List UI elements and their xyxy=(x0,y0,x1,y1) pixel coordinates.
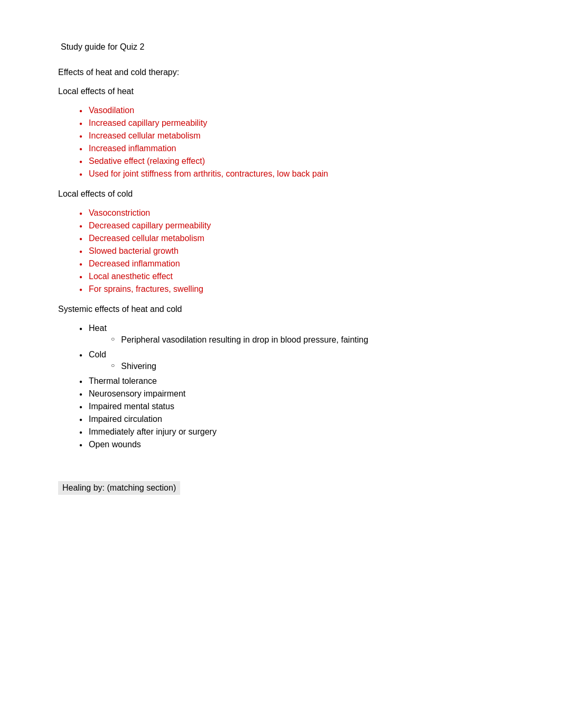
bullet-icon: ● xyxy=(79,417,82,422)
bullet-icon: ● xyxy=(79,442,82,448)
list-item: Decreased cellular metabolism xyxy=(79,234,503,243)
list-item: Sedative effect (relaxing effect) xyxy=(79,156,503,166)
sub-list-item: Peripheral vasodilation resulting in dro… xyxy=(111,335,368,345)
bullet-icon: ● xyxy=(79,429,82,435)
list-item: Vasoconstriction xyxy=(79,208,503,218)
page-title: Study guide for Quiz 2 xyxy=(61,42,503,52)
local-cold-list: Vasoconstriction Decreased capillary per… xyxy=(58,208,503,294)
bullet-icon: ● xyxy=(79,352,82,358)
list-item: Local anesthetic effect xyxy=(79,272,503,281)
bullet-icon: ● xyxy=(79,379,82,384)
sub-list: Shivering xyxy=(79,362,156,373)
list-item: ● Immediately after injury or surgery xyxy=(79,427,503,437)
list-item: Increased cellular metabolism xyxy=(79,131,503,141)
sub-list-item: Shivering xyxy=(111,362,156,371)
list-item: Vasodilation xyxy=(79,106,503,115)
list-item: ● Impaired mental status xyxy=(79,402,503,411)
bullet-icon: ● xyxy=(79,326,82,331)
local-heat-list: Vasodilation Increased capillary permeab… xyxy=(58,106,503,179)
bullet-icon: ● xyxy=(79,404,82,410)
list-item: ● Cold Shivering xyxy=(79,350,503,373)
healing-section: Healing by: (matching section) xyxy=(58,481,503,495)
effects-header: Effects of heat and cold therapy: xyxy=(58,68,503,77)
list-item: ● Impaired circulation xyxy=(79,414,503,424)
local-cold-header: Local effects of cold xyxy=(58,189,503,199)
bullet-icon: ● xyxy=(79,391,82,397)
list-item: For sprains, fractures, swelling xyxy=(79,284,503,294)
list-item: Increased inflammation xyxy=(79,144,503,153)
systemic-list: ● Heat Peripheral vasodilation resulting… xyxy=(58,324,503,449)
systemic-header: Systemic effects of heat and cold xyxy=(58,305,503,314)
list-item: ● Heat Peripheral vasodilation resulting… xyxy=(79,324,503,347)
page-container: Study guide for Quiz 2 Effects of heat a… xyxy=(58,42,503,495)
healing-label: Healing by: (matching section) xyxy=(58,481,180,495)
local-heat-header: Local effects of heat xyxy=(58,87,503,96)
list-item: ● Thermal tolerance xyxy=(79,376,503,386)
list-item: Increased capillary permeability xyxy=(79,118,503,128)
list-item: ● Open wounds xyxy=(79,440,503,449)
list-item: Decreased inflammation xyxy=(79,259,503,269)
list-item: Used for joint stiffness from arthritis,… xyxy=(79,169,503,179)
sub-list: Peripheral vasodilation resulting in dro… xyxy=(79,335,368,347)
list-item: ● Neurosensory impairment xyxy=(79,389,503,399)
list-item: Slowed bacterial growth xyxy=(79,246,503,256)
list-item: Decreased capillary permeability xyxy=(79,221,503,231)
